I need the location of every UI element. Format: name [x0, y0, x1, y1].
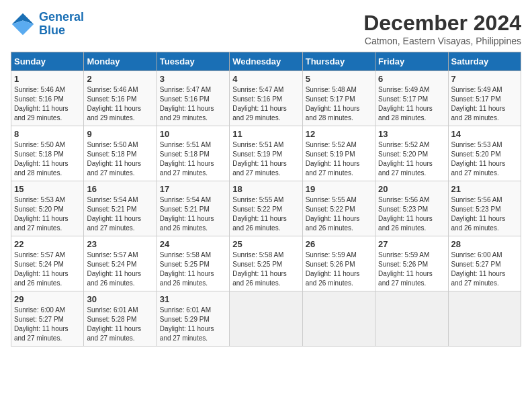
day-info: Sunrise: 5:52 AM Sunset: 5:20 PM Dayligh… — [378, 140, 445, 178]
sunrise-label: Sunrise: 5:57 AM — [14, 251, 65, 259]
day-number: 2 — [87, 74, 153, 84]
day-info: Sunrise: 5:59 AM Sunset: 5:26 PM Dayligh… — [306, 250, 372, 288]
sunrise-label: Sunrise: 6:00 AM — [451, 251, 502, 259]
location-title: Catmon, Eastern Visayas, Philippines — [363, 36, 521, 46]
sunset-label: Sunset: 5:25 PM — [160, 261, 210, 268]
day-info: Sunrise: 5:54 AM Sunset: 5:21 PM Dayligh… — [160, 195, 226, 233]
sunset-label: Sunset: 5:23 PM — [451, 205, 501, 213]
day-info: Sunrise: 5:50 AM Sunset: 5:18 PM Dayligh… — [87, 140, 153, 178]
sunrise-label: Sunrise: 5:59 AM — [306, 251, 357, 259]
daylight-label: Daylight: 11 hours and 26 minutes. — [232, 215, 287, 232]
table-row: 17 Sunrise: 5:54 AM Sunset: 5:21 PM Dayl… — [157, 181, 229, 236]
sunrise-label: Sunrise: 5:52 AM — [306, 141, 357, 148]
day-info: Sunrise: 5:56 AM Sunset: 5:23 PM Dayligh… — [378, 195, 445, 233]
sunrise-label: Sunrise: 5:49 AM — [378, 86, 429, 93]
sunrise-label: Sunrise: 5:46 AM — [87, 86, 138, 93]
day-info: Sunrise: 5:47 AM Sunset: 5:16 PM Dayligh… — [232, 85, 299, 123]
day-info: Sunrise: 6:01 AM Sunset: 5:29 PM Dayligh… — [160, 306, 226, 343]
daylight-label: Daylight: 11 hours and 27 minutes. — [87, 325, 141, 342]
day-number: 14 — [451, 129, 518, 139]
table-row: 12 Sunrise: 5:52 AM Sunset: 5:19 PM Dayl… — [302, 126, 375, 181]
day-info: Sunrise: 5:57 AM Sunset: 5:24 PM Dayligh… — [87, 250, 153, 288]
day-number: 13 — [378, 129, 445, 139]
sunset-label: Sunset: 5:18 PM — [14, 150, 64, 158]
sunset-label: Sunset: 5:20 PM — [451, 150, 501, 158]
daylight-label: Daylight: 11 hours and 27 minutes. — [451, 270, 506, 287]
day-info: Sunrise: 5:51 AM Sunset: 5:18 PM Dayligh… — [160, 140, 226, 178]
day-number: 17 — [160, 184, 226, 194]
sunrise-label: Sunrise: 6:01 AM — [87, 306, 138, 314]
month-title: December 2024 — [363, 11, 521, 36]
sunset-label: Sunset: 5:28 PM — [87, 316, 136, 323]
calendar-row: 1 Sunrise: 5:46 AM Sunset: 5:16 PM Dayli… — [11, 71, 521, 126]
table-row — [230, 291, 302, 347]
title-area: December 2024 Catmon, Eastern Visayas, P… — [363, 11, 521, 46]
day-info: Sunrise: 5:58 AM Sunset: 5:25 PM Dayligh… — [232, 250, 299, 288]
sunset-label: Sunset: 5:20 PM — [378, 150, 428, 158]
sunrise-label: Sunrise: 5:56 AM — [378, 196, 429, 203]
day-number: 27 — [378, 239, 445, 249]
day-info: Sunrise: 5:48 AM Sunset: 5:17 PM Dayligh… — [306, 85, 372, 123]
table-row: 15 Sunrise: 5:53 AM Sunset: 5:20 PM Dayl… — [11, 181, 84, 236]
day-number: 10 — [160, 129, 226, 139]
sunrise-label: Sunrise: 5:48 AM — [306, 86, 357, 93]
sunset-label: Sunset: 5:22 PM — [306, 205, 355, 213]
day-number: 15 — [14, 184, 81, 194]
daylight-label: Daylight: 11 hours and 27 minutes. — [14, 215, 69, 232]
day-number: 26 — [306, 239, 372, 249]
sunrise-label: Sunrise: 5:55 AM — [306, 196, 357, 203]
sunset-label: Sunset: 5:21 PM — [87, 205, 136, 213]
table-row: 1 Sunrise: 5:46 AM Sunset: 5:16 PM Dayli… — [11, 71, 84, 126]
table-row: 6 Sunrise: 5:49 AM Sunset: 5:17 PM Dayli… — [375, 71, 448, 126]
daylight-label: Daylight: 11 hours and 27 minutes. — [378, 270, 433, 287]
sunrise-label: Sunrise: 5:54 AM — [160, 196, 211, 203]
sunset-label: Sunset: 5:19 PM — [306, 150, 355, 158]
day-number: 6 — [378, 74, 445, 84]
sunset-label: Sunset: 5:25 PM — [232, 261, 282, 268]
sunset-label: Sunset: 5:16 PM — [232, 95, 282, 103]
sunset-label: Sunset: 5:16 PM — [14, 95, 64, 103]
calendar-row: 15 Sunrise: 5:53 AM Sunset: 5:20 PM Dayl… — [11, 181, 521, 236]
daylight-label: Daylight: 11 hours and 29 minutes. — [87, 105, 141, 122]
table-row: 2 Sunrise: 5:46 AM Sunset: 5:16 PM Dayli… — [84, 71, 157, 126]
daylight-label: Daylight: 11 hours and 29 minutes. — [232, 105, 287, 122]
table-row: 26 Sunrise: 5:59 AM Sunset: 5:26 PM Dayl… — [302, 236, 375, 291]
day-info: Sunrise: 5:51 AM Sunset: 5:19 PM Dayligh… — [232, 140, 299, 178]
sunrise-label: Sunrise: 5:58 AM — [232, 251, 283, 259]
sunrise-label: Sunrise: 5:58 AM — [160, 251, 211, 259]
sunrise-label: Sunrise: 5:53 AM — [14, 196, 65, 203]
day-info: Sunrise: 5:49 AM Sunset: 5:17 PM Dayligh… — [378, 85, 445, 123]
day-info: Sunrise: 5:49 AM Sunset: 5:17 PM Dayligh… — [451, 85, 518, 123]
daylight-label: Daylight: 11 hours and 27 minutes. — [232, 160, 287, 177]
sunset-label: Sunset: 5:27 PM — [14, 316, 64, 323]
sunset-label: Sunset: 5:17 PM — [378, 95, 428, 103]
day-info: Sunrise: 5:53 AM Sunset: 5:20 PM Dayligh… — [451, 140, 518, 178]
sunrise-label: Sunrise: 5:57 AM — [87, 251, 138, 259]
daylight-label: Daylight: 11 hours and 27 minutes. — [451, 160, 506, 177]
daylight-label: Daylight: 11 hours and 26 minutes. — [87, 270, 141, 287]
sunset-label: Sunset: 5:26 PM — [306, 261, 355, 268]
day-info: Sunrise: 5:50 AM Sunset: 5:18 PM Dayligh… — [14, 140, 81, 178]
daylight-label: Daylight: 11 hours and 28 minutes. — [451, 105, 506, 122]
logo-text: General Blue — [39, 11, 84, 38]
table-row: 8 Sunrise: 5:50 AM Sunset: 5:18 PM Dayli… — [11, 126, 84, 181]
sunrise-label: Sunrise: 5:52 AM — [378, 141, 429, 148]
table-row: 30 Sunrise: 6:01 AM Sunset: 5:28 PM Dayl… — [84, 291, 157, 347]
day-info: Sunrise: 5:55 AM Sunset: 5:22 PM Dayligh… — [232, 195, 299, 233]
table-row: 9 Sunrise: 5:50 AM Sunset: 5:18 PM Dayli… — [84, 126, 157, 181]
day-info: Sunrise: 5:54 AM Sunset: 5:21 PM Dayligh… — [87, 195, 153, 233]
table-row: 19 Sunrise: 5:55 AM Sunset: 5:22 PM Dayl… — [302, 181, 375, 236]
daylight-label: Daylight: 11 hours and 29 minutes. — [14, 105, 69, 122]
day-number: 25 — [232, 239, 299, 249]
daylight-label: Daylight: 11 hours and 26 minutes. — [160, 215, 214, 232]
sunrise-label: Sunrise: 5:59 AM — [378, 251, 429, 259]
col-wednesday: Wednesday — [230, 52, 302, 71]
table-row — [302, 291, 375, 347]
daylight-label: Daylight: 11 hours and 26 minutes. — [160, 270, 214, 287]
sunset-label: Sunset: 5:29 PM — [160, 316, 210, 323]
logo: General Blue — [11, 11, 84, 38]
sunrise-label: Sunrise: 5:54 AM — [87, 196, 138, 203]
table-row: 24 Sunrise: 5:58 AM Sunset: 5:25 PM Dayl… — [157, 236, 229, 291]
daylight-label: Daylight: 11 hours and 27 minutes. — [160, 160, 214, 177]
sunset-label: Sunset: 5:17 PM — [451, 95, 501, 103]
